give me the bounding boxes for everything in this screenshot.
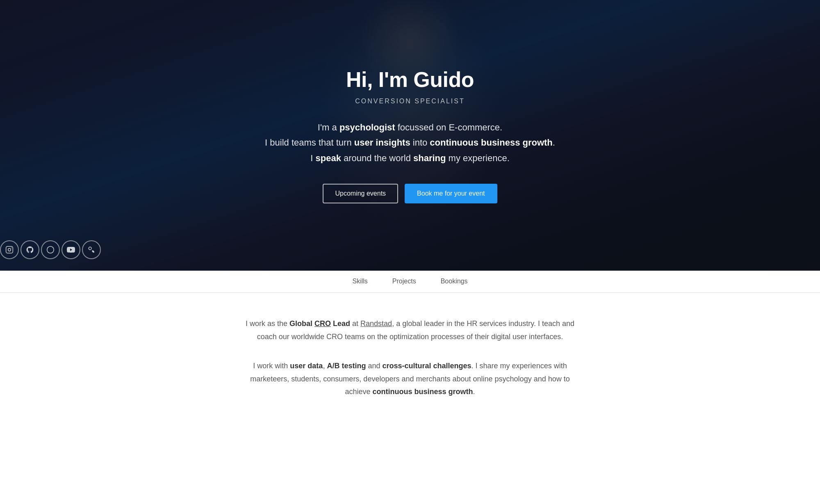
upcoming-events-button[interactable]: Upcoming events	[323, 184, 398, 203]
hero-bio-line1: I'm a psychologist focussed on E-commerc…	[265, 120, 555, 135]
svg-point-3	[47, 246, 54, 253]
bio-paragraph-1: I work as the Global CRO Lead at Randsta…	[242, 317, 578, 343]
svg-point-2	[11, 248, 12, 249]
nav-projects[interactable]: Projects	[392, 274, 416, 289]
hero-bio-line3: I speak around the world sharing my expe…	[265, 151, 555, 166]
book-event-button[interactable]: Book me for your event	[405, 184, 497, 203]
social-strip	[0, 240, 101, 259]
bio-user-data: user data	[290, 362, 323, 370]
hero-content: Hi, I'm Guido CONVERSION SPECIALIST I'm …	[248, 67, 572, 203]
hero-bio: I'm a psychologist focussed on E-commerc…	[265, 120, 555, 166]
bio-ab-testing: A/B testing	[327, 362, 366, 370]
hero-subtitle: CONVERSION SPECIALIST	[265, 98, 555, 105]
hero-bio-line2: I build teams that turn user insights in…	[265, 135, 555, 150]
main-content: I work as the Global CRO Lead at Randsta…	[226, 293, 594, 448]
bio-paragraph-2: I work with user data, A/B testing and c…	[242, 360, 578, 399]
key-icon[interactable]	[82, 240, 101, 259]
profile-icon[interactable]	[41, 240, 60, 259]
bio-bold-sharing: sharing	[413, 153, 446, 163]
svg-rect-0	[6, 246, 13, 253]
bio-global-lead: Global CRO Lead	[289, 319, 350, 328]
svg-point-1	[8, 249, 11, 251]
hero-section: Hi, I'm Guido CONVERSION SPECIALIST I'm …	[0, 0, 820, 271]
bio-bold-growth: continuous business growth	[430, 137, 552, 148]
bio-cross-cultural: cross-cultural challenges	[382, 362, 471, 370]
nav-skills[interactable]: Skills	[353, 274, 368, 289]
svg-point-4	[89, 247, 91, 250]
bio-continuous-growth: continuous business growth	[373, 388, 473, 396]
hero-title: Hi, I'm Guido	[265, 67, 555, 92]
navbar: Skills Projects Bookings	[0, 271, 820, 293]
hero-buttons: Upcoming events Book me for your event	[265, 184, 555, 203]
randstad-link[interactable]: Randstad	[360, 319, 392, 328]
github-icon[interactable]	[20, 240, 39, 259]
youtube-icon[interactable]	[61, 240, 80, 259]
bio-bold-psychologist: psychologist	[339, 122, 395, 132]
bio-bold-speak: speak	[315, 153, 341, 163]
bio-bold-user-insights: user insights	[354, 137, 410, 148]
instagram-icon[interactable]	[0, 240, 19, 259]
nav-bookings[interactable]: Bookings	[441, 274, 468, 289]
